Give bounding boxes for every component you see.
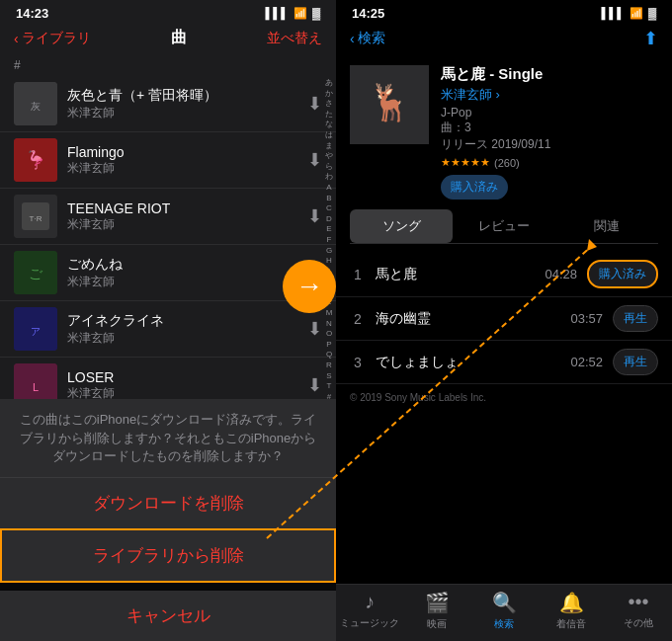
album-artist[interactable]: 米津玄師 › bbox=[441, 86, 658, 104]
song-title: アイネクライネ bbox=[67, 312, 297, 330]
nav-title-left: 曲 bbox=[171, 28, 187, 48]
album-art: 🦌 bbox=[350, 65, 429, 144]
tab-music[interactable]: ♪ ミュージック bbox=[336, 591, 403, 631]
tab-related[interactable]: 関連 bbox=[555, 209, 658, 243]
music-icon: ♪ bbox=[365, 591, 375, 613]
movies-icon: 🎬 bbox=[425, 591, 450, 614]
download-icon[interactable]: ⬇ bbox=[307, 374, 322, 396]
track-duration: 04:28 bbox=[545, 267, 577, 281]
play-button-2[interactable]: 再生 bbox=[613, 305, 658, 332]
track-number: 3 bbox=[350, 355, 366, 370]
music-label: ミュージック bbox=[340, 616, 399, 630]
nav-bar-left: ‹ ライブラリ 曲 並べ替え bbox=[0, 24, 336, 54]
stars-icon: ★★★★★ bbox=[441, 156, 490, 169]
track-name: 海の幽霊 bbox=[376, 310, 560, 328]
song-info: LOSER 米津玄師 bbox=[67, 369, 297, 402]
battery-icon-right: ▓ bbox=[648, 7, 656, 19]
wifi-icon-right: 📶 bbox=[630, 7, 643, 20]
song-item[interactable]: 灰 灰色と青（+ 菅田将暉） 米津玄師 ⬇ bbox=[0, 76, 336, 132]
bell-icon: 🔔 bbox=[559, 591, 584, 614]
album-info: 馬と鹿 - Single 米津玄師 › J-Pop 曲：3 リリース 2019/… bbox=[441, 65, 658, 200]
delete-library-button[interactable]: ライブラリから削除 bbox=[0, 528, 336, 583]
track-list: 1 馬と鹿 04:28 購入済み 2 海の幽霊 03:57 再生 3 でしょまし… bbox=[336, 244, 672, 584]
battery-icon-left: ▓ bbox=[312, 7, 320, 19]
more-icon: ••• bbox=[628, 591, 648, 613]
track-duration: 02:52 bbox=[570, 355, 603, 369]
song-thumbnail: 🦩 bbox=[14, 138, 57, 182]
svg-text:T·R: T·R bbox=[30, 214, 42, 223]
right-nav: ‹ 検索 ⬆ bbox=[336, 24, 672, 55]
svg-text:ア: ア bbox=[31, 326, 41, 337]
tabs-bar: ソング レビュー 関連 bbox=[350, 209, 658, 244]
time-right: 14:25 bbox=[352, 6, 384, 21]
time-left: 14:23 bbox=[16, 6, 48, 21]
tab-ringtones[interactable]: 🔔 着信音 bbox=[538, 591, 605, 631]
track-item[interactable]: 2 海の幽霊 03:57 再生 bbox=[336, 297, 672, 341]
download-icon[interactable]: ⬇ bbox=[307, 93, 322, 115]
song-info: アイネクライネ 米津玄師 bbox=[67, 312, 297, 347]
tab-movies[interactable]: 🎬 映画 bbox=[403, 591, 470, 631]
share-button[interactable]: ⬆ bbox=[643, 28, 658, 49]
track-item[interactable]: 1 馬と鹿 04:28 購入済み bbox=[336, 252, 672, 297]
song-thumbnail: ご bbox=[14, 251, 57, 294]
movies-label: 映画 bbox=[427, 617, 447, 631]
album-genre: J-Pop bbox=[441, 106, 658, 120]
arrow-indicator: → bbox=[283, 260, 336, 313]
purchased-button[interactable]: 購入済み bbox=[587, 260, 658, 288]
song-title: ごめんね bbox=[67, 256, 297, 274]
status-bar-right: 14:25 ▌▌▌ 📶 ▓ bbox=[336, 0, 672, 24]
left-panel: 14:23 ▌▌▌ 📶 ▓ ‹ ライブラリ 曲 並べ替え # 灰 灰色と青（+ bbox=[0, 0, 336, 641]
signal-icon-left: ▌▌▌ bbox=[266, 7, 289, 19]
album-purchase-button[interactable]: 購入済み bbox=[441, 175, 508, 200]
copyright: © 2019 Sony Music Labels Inc. bbox=[336, 384, 672, 411]
tab-song[interactable]: ソング bbox=[350, 209, 453, 243]
song-info: 灰色と青（+ 菅田将暉） 米津玄師 bbox=[67, 87, 297, 121]
search-label: 検索 bbox=[494, 617, 514, 631]
album-title: 馬と鹿 - Single bbox=[441, 65, 658, 84]
song-artist: 米津玄師 bbox=[67, 330, 297, 347]
song-artist: 米津玄師 bbox=[67, 160, 297, 177]
bottom-tab-bar: ♪ ミュージック 🎬 映画 🔍 検索 🔔 着信音 ••• その他 bbox=[336, 584, 672, 641]
delete-download-button[interactable]: ダウンロードを削除 bbox=[0, 477, 336, 528]
song-artist: 米津玄師 bbox=[67, 274, 297, 290]
rating-count: (260) bbox=[494, 157, 520, 169]
sort-button[interactable]: 並べ替え bbox=[267, 30, 322, 47]
chevron-left-icon: ‹ bbox=[350, 31, 355, 46]
download-icon[interactable]: ⬇ bbox=[307, 205, 322, 227]
status-bar-left: 14:23 ▌▌▌ 📶 ▓ bbox=[0, 0, 336, 24]
cancel-button[interactable]: キャンセル bbox=[0, 591, 336, 641]
tab-more[interactable]: ••• その他 bbox=[605, 591, 672, 631]
play-button-3[interactable]: 再生 bbox=[613, 349, 658, 375]
svg-text:灰: 灰 bbox=[31, 101, 41, 112]
song-item[interactable]: T·R TEENAGE RIOT 米津玄師 ⬇ bbox=[0, 189, 336, 245]
status-icons-right: ▌▌▌ 📶 ▓ bbox=[602, 7, 656, 20]
album-rating: ★★★★★ (260) bbox=[441, 156, 658, 169]
song-artist: 米津玄師 bbox=[67, 216, 297, 233]
svg-text:🦌: 🦌 bbox=[368, 81, 412, 123]
song-info: TEENAGE RIOT 米津玄師 bbox=[67, 200, 297, 233]
ringtones-label: 着信音 bbox=[556, 617, 586, 631]
song-title: TEENAGE RIOT bbox=[67, 200, 297, 216]
status-icons-left: ▌▌▌ 📶 ▓ bbox=[266, 7, 320, 20]
song-thumbnail: 灰 bbox=[14, 82, 57, 125]
album-header: 🦌 馬と鹿 - Single 米津玄師 › J-Pop 曲：3 リリース 201… bbox=[336, 55, 672, 209]
track-item[interactable]: 3 でしょましょ 02:52 再生 bbox=[336, 341, 672, 384]
tab-review[interactable]: レビュー bbox=[453, 209, 555, 243]
download-icon[interactable]: ⬇ bbox=[307, 318, 322, 340]
download-icon[interactable]: ⬇ bbox=[307, 149, 322, 171]
more-label: その他 bbox=[624, 616, 653, 630]
track-duration: 03:57 bbox=[570, 311, 603, 326]
arrow-circle-icon: → bbox=[283, 260, 336, 313]
svg-text:🦩: 🦩 bbox=[25, 149, 47, 171]
dialog-overlay: この曲はこのiPhoneにダウンロード済みです。ライブラリから削除しますか？それ… bbox=[0, 399, 336, 641]
tab-search[interactable]: 🔍 検索 bbox=[470, 591, 538, 631]
back-button-right[interactable]: ‹ 検索 bbox=[350, 30, 385, 47]
svg-text:ご: ご bbox=[29, 266, 43, 281]
song-info: ごめんね 米津玄師 bbox=[67, 256, 297, 290]
track-name: でしょましょ bbox=[376, 354, 560, 371]
song-title: Flamingo bbox=[67, 144, 297, 160]
track-number: 2 bbox=[350, 311, 366, 327]
back-button-left[interactable]: ‹ ライブラリ bbox=[14, 30, 91, 47]
song-thumbnail: T·R bbox=[14, 195, 57, 238]
song-item[interactable]: 🦩 Flamingo 米津玄師 ⬇ bbox=[0, 132, 336, 189]
